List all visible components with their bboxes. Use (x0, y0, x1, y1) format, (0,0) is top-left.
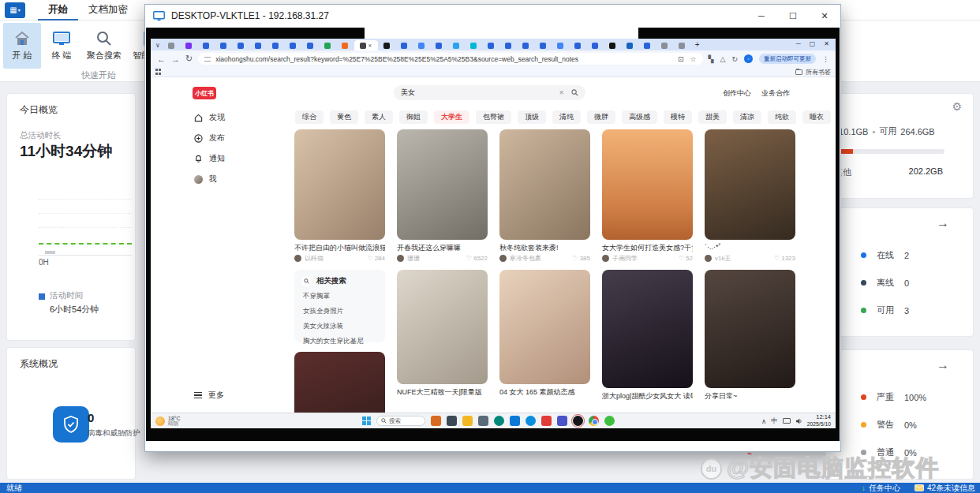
author-name[interactable]: 珊珊 (407, 254, 420, 263)
filter-chip[interactable]: 睡衣 (802, 110, 831, 124)
browser-tab[interactable]: ✕ (518, 40, 534, 50)
note-card[interactable]: 开春我还这么穿嘛嘛 珊珊 ♡6522 (397, 129, 488, 263)
note-card[interactable]: 女大学生如何打造美女感?干货分享 子南同学 ♡52 (602, 129, 693, 263)
filter-chip[interactable]: 御姐 (399, 110, 428, 124)
taskbar-app-icon[interactable] (462, 416, 473, 426)
author-avatar[interactable] (705, 255, 712, 262)
like-count[interactable]: ♡284 (367, 255, 385, 262)
browser-tab[interactable]: ✕ (396, 40, 413, 50)
app-menu-tab[interactable]: 开始 (38, 0, 78, 21)
search-icon[interactable] (571, 89, 578, 96)
browser-tab[interactable]: ✕ (604, 40, 621, 50)
note-card[interactable]: ˋ·..·*˚ v1k王 ♡1323 (705, 129, 795, 263)
bookmark-star-icon[interactable]: ☆ (690, 55, 697, 63)
browser-tab[interactable]: ✕ (215, 40, 232, 50)
note-image[interactable] (397, 129, 488, 240)
taskbar-app-icon[interactable] (510, 416, 520, 426)
sidebar-item-discover[interactable]: 发现 (194, 112, 225, 123)
browser-tab[interactable]: ✕ (431, 40, 447, 50)
browser-tab[interactable]: ✕ (413, 40, 430, 50)
like-count[interactable]: ♡1323 (774, 255, 795, 262)
taskbar-app-icon[interactable] (478, 416, 488, 426)
tray-chevron-icon[interactable]: ∧ (761, 417, 766, 425)
browser-tab[interactable]: ✕ (198, 40, 215, 50)
taskbar-clock[interactable]: 12:14 2025/5/10 (807, 414, 831, 427)
author-avatar[interactable] (499, 255, 507, 262)
browser-maximize-button[interactable]: ▢ (810, 40, 816, 47)
like-count[interactable]: ♡385 (572, 255, 590, 262)
browser-tab[interactable]: ✕ (587, 40, 604, 50)
filter-chip[interactable]: 高级感 (622, 110, 657, 124)
ribbon-search-button[interactable]: 聚合搜索 (82, 23, 126, 69)
taskbar-app-icon[interactable] (573, 416, 583, 426)
note-card[interactable]: 分享日常~ (705, 270, 795, 400)
browser-tab[interactable]: ✕ (466, 40, 482, 50)
taskbar-app-icon[interactable] (494, 416, 504, 426)
author-avatar[interactable] (602, 255, 609, 262)
author-name[interactable]: v1k王 (715, 254, 731, 263)
gear-icon[interactable]: ⚙ (952, 100, 962, 113)
minimize-button[interactable]: ─ (746, 5, 777, 27)
app-menu-button[interactable]: ▦▾ (5, 2, 25, 18)
browser-tab[interactable]: ✕ (233, 40, 249, 50)
beaker-icon[interactable]: △ (720, 55, 726, 63)
install-icon[interactable]: ⊡ (678, 55, 684, 63)
extensions-icon[interactable]: ▚ (709, 55, 714, 63)
remote-window-titlebar[interactable]: DESKTOP-VLKTLE1 - 192.168.31.27 ─ ☐ ✕ (145, 5, 840, 27)
browser-tab[interactable]: ✕ (674, 40, 690, 50)
site-settings-icon[interactable] (204, 57, 211, 62)
note-card[interactable]: NUFE大三精致一天|限量版 (397, 270, 488, 396)
browser-tab[interactable]: ✕ (354, 40, 378, 50)
note-image[interactable] (397, 270, 488, 384)
business-link[interactable]: 业务合作 (761, 88, 790, 99)
reload-button[interactable]: ↻ (185, 54, 193, 64)
update-button[interactable]: 重新启动即可更新 (759, 54, 816, 64)
unread-messages-button[interactable]: 42条未读信息 (915, 483, 975, 493)
note-card[interactable]: 04 女大 165 素颜幼态感 (499, 270, 590, 396)
arrow-right-icon[interactable]: → (937, 358, 949, 372)
author-avatar[interactable] (294, 255, 301, 262)
note-card[interactable]: 浙大plog|甜酷少女风女大 读研 (602, 270, 693, 400)
windows-start-button[interactable] (362, 416, 371, 425)
note-image[interactable] (602, 129, 693, 240)
taskbar-app-icon[interactable] (447, 416, 457, 426)
taskbar-search[interactable]: 搜索 (376, 416, 425, 426)
xhs-logo[interactable]: 小红书 (193, 87, 216, 99)
like-count[interactable]: ♡52 (679, 255, 693, 262)
browser-tab[interactable]: ✕ (622, 40, 638, 50)
filter-chip[interactable]: 包臀裙 (476, 110, 511, 124)
weather-widget[interactable]: 18°C 晴朗 (155, 416, 181, 427)
author-name[interactable]: 以梓猫 (305, 254, 324, 263)
like-count[interactable]: ♡6522 (466, 255, 488, 262)
arrow-right-icon[interactable]: → (937, 216, 949, 230)
speaker-icon[interactable] (795, 418, 802, 424)
back-button[interactable]: ← (157, 54, 166, 64)
note-image[interactable] (499, 270, 590, 384)
browser-tab[interactable]: ✕ (535, 40, 552, 50)
maximize-button[interactable]: ☐ (777, 5, 809, 27)
app-menu-tab[interactable]: 文档加密 (78, 0, 138, 21)
browser-tab[interactable]: ✕ (337, 40, 353, 50)
related-search-item[interactable]: 美女火辣泳装 (303, 322, 378, 331)
note-card[interactable]: 不许把自由的小猫叫做流浪猫 以梓猫 ♡284 (294, 129, 385, 263)
filter-chip[interactable]: 纯欲 (768, 110, 796, 124)
taskbar-app-icon[interactable] (431, 416, 441, 426)
filter-chip[interactable]: 黄色 (330, 110, 358, 124)
taskbar-app-icon[interactable] (604, 416, 615, 426)
note-image[interactable] (294, 352, 385, 413)
apps-grid-icon[interactable] (155, 69, 162, 75)
task-center-button[interactable]: ↓任务中心 (862, 483, 900, 493)
browser-menu-icon[interactable]: ⋮ (822, 55, 829, 63)
taskbar-app-icon[interactable] (526, 416, 536, 426)
close-button[interactable]: ✕ (809, 5, 840, 27)
note-card[interactable] (294, 352, 385, 413)
browser-tab[interactable]: ✕ (181, 40, 197, 50)
related-search-item[interactable]: 胸大的女生穿比基尼 (303, 337, 378, 346)
ime-indicator[interactable]: 中 (771, 416, 778, 426)
keyboard-icon[interactable] (783, 418, 791, 424)
taskbar-app-icon[interactable] (557, 416, 567, 426)
forward-button[interactable]: → (171, 54, 180, 64)
taskbar-app-icon[interactable] (589, 416, 599, 426)
sidebar-item-more[interactable]: 更多 (194, 390, 224, 401)
filter-chip[interactable]: 微胖 (587, 110, 615, 124)
